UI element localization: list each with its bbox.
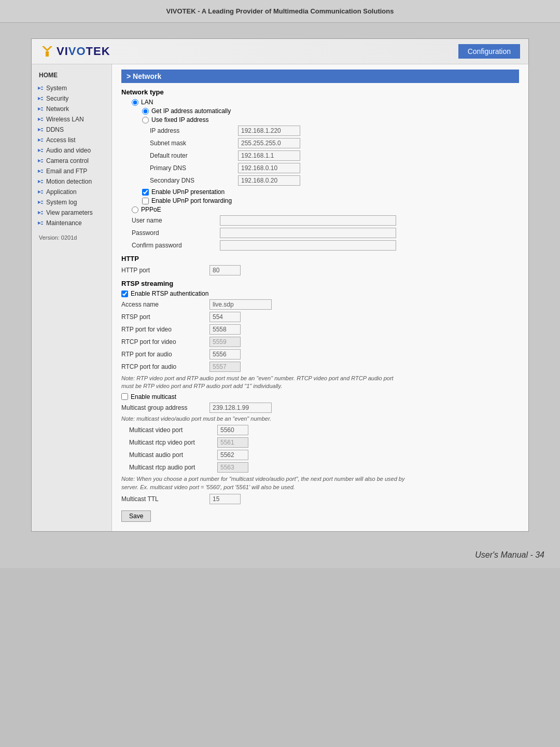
secondary-dns-row: Secondary DNS: [121, 175, 519, 186]
note2: Note: multicast video/audio port must be…: [121, 415, 519, 423]
sidebar-label-camera-control: Camera control: [46, 157, 89, 164]
sidebar-label-wireless: Wireless LAN: [46, 116, 84, 123]
svg-marker-20: [38, 149, 41, 152]
multicast-row: Enable multicast: [121, 393, 519, 400]
multicast-rtcp-audio-port-row: Multicast rtcp audio port: [121, 462, 519, 473]
logo-icon: [40, 44, 54, 59]
upnp-presentation-checkbox[interactable]: [142, 189, 149, 196]
password-input[interactable]: [220, 228, 396, 238]
sidebar: HOME System Security Network Wireless LA…: [32, 64, 112, 531]
upnp-port-checkbox[interactable]: [142, 198, 149, 204]
pppoe-radio[interactable]: [132, 206, 138, 213]
rtsp-auth-checkbox[interactable]: [121, 290, 128, 297]
svg-rect-21: [41, 149, 43, 150]
sidebar-item-maintenance[interactable]: Maintenance: [32, 218, 111, 228]
rtp-video-input[interactable]: [209, 324, 241, 335]
multicast-audio-port-input[interactable]: [217, 450, 248, 460]
svg-marker-23: [38, 159, 41, 162]
password-row: Password: [132, 228, 519, 238]
rtsp-auth-label: Enable RTSP authentication: [131, 290, 208, 297]
sidebar-item-view-params[interactable]: View parameters: [32, 208, 111, 218]
upnp-port-row: Enable UPnP port forwarding: [121, 197, 519, 204]
sidebar-item-security[interactable]: Security: [32, 93, 111, 104]
version-label: Version: 0201d: [32, 228, 111, 243]
access-name-input[interactable]: [209, 299, 272, 310]
username-input[interactable]: [220, 215, 396, 226]
lan-radio[interactable]: [132, 99, 138, 106]
sidebar-item-system[interactable]: System: [32, 83, 111, 93]
rtcp-video-row: RTCP port for video: [121, 337, 519, 347]
multicast-rtcp-audio-port-label: Multicast rtcp audio port: [129, 464, 217, 471]
svg-marker-17: [38, 139, 41, 142]
network-type-title: Network type: [121, 88, 519, 96]
svg-marker-41: [38, 222, 41, 225]
multicast-group-input[interactable]: [209, 403, 272, 413]
save-row: Save: [121, 507, 519, 522]
sidebar-label-motion: Motion detection: [46, 178, 92, 185]
sidebar-item-ddns[interactable]: DDNS: [32, 125, 111, 135]
arrow-icon: [37, 105, 44, 113]
rtp-video-row: RTP port for video: [121, 324, 519, 335]
rtp-audio-row: RTP port for audio: [121, 349, 519, 359]
primary-dns-input[interactable]: [238, 163, 300, 173]
sidebar-label-access-list: Access list: [46, 136, 76, 144]
multicast-ttl-input[interactable]: [209, 494, 241, 504]
svg-rect-33: [41, 190, 43, 191]
sidebar-label-security: Security: [46, 95, 68, 102]
sidebar-label-system-log: System log: [46, 199, 77, 206]
lan-label: LAN: [141, 99, 153, 106]
ip-address-input[interactable]: [238, 126, 300, 136]
svg-marker-35: [38, 201, 41, 204]
svg-rect-16: [41, 131, 43, 132]
svg-rect-24: [41, 159, 43, 160]
upnp-port-label: Enable UPnP port forwarding: [151, 197, 232, 204]
svg-rect-3: [41, 87, 43, 88]
sidebar-item-camera-control[interactable]: Camera control: [32, 156, 111, 166]
rtp-audio-input[interactable]: [209, 349, 241, 359]
sidebar-home[interactable]: HOME: [32, 70, 111, 83]
multicast-checkbox[interactable]: [121, 393, 128, 400]
sidebar-item-email-ftp[interactable]: Email and FTP: [32, 166, 111, 176]
sidebar-item-audio-video[interactable]: Audio and video: [32, 145, 111, 156]
get-ip-radio[interactable]: [142, 108, 149, 115]
rtsp-port-input[interactable]: [209, 312, 241, 322]
http-port-input[interactable]: [209, 265, 241, 275]
svg-rect-36: [41, 201, 43, 202]
logo-text: VIVOTEK: [57, 45, 110, 58]
rtsp-port-row: RTSP port: [121, 312, 519, 322]
sidebar-item-motion[interactable]: Motion detection: [32, 176, 111, 187]
note3: Note: When you choose a port number for …: [121, 475, 407, 491]
username-label: User name: [132, 217, 220, 224]
sidebar-item-application[interactable]: Application: [32, 187, 111, 197]
arrow-icon: [37, 116, 44, 123]
svg-rect-43: [41, 224, 43, 225]
arrow-icon: [37, 136, 44, 144]
sidebar-item-wireless[interactable]: Wireless LAN: [32, 114, 111, 125]
sidebar-item-system-log[interactable]: System log: [32, 197, 111, 208]
manual-label: User's Manual - 34: [475, 550, 544, 559]
svg-marker-29: [38, 180, 41, 183]
svg-rect-18: [41, 139, 43, 140]
lan-radio-row: LAN: [121, 99, 519, 106]
ip-address-row: IP address: [121, 126, 519, 136]
http-title: HTTP: [121, 255, 519, 262]
multicast-rtcp-audio-port-input[interactable]: [217, 462, 248, 473]
subnet-mask-input[interactable]: [238, 138, 300, 148]
sidebar-item-network[interactable]: Network: [32, 104, 111, 114]
default-router-input[interactable]: [238, 150, 300, 161]
multicast-rtcp-video-port-input[interactable]: [217, 437, 248, 448]
secondary-dns-input[interactable]: [238, 175, 300, 186]
fixed-ip-radio[interactable]: [142, 117, 149, 123]
sidebar-item-access-list[interactable]: Access list: [32, 135, 111, 145]
rtcp-video-input[interactable]: [209, 337, 241, 347]
svg-marker-8: [38, 107, 41, 110]
svg-marker-38: [38, 211, 41, 214]
save-button[interactable]: Save: [121, 510, 151, 522]
upnp-presentation-row: Enable UPnP presentation: [121, 188, 519, 196]
multicast-video-port-input[interactable]: [217, 425, 248, 435]
rtcp-audio-input[interactable]: [209, 362, 241, 372]
http-port-row: HTTP port: [121, 265, 519, 275]
confirm-password-input[interactable]: [220, 240, 396, 251]
arrow-icon: [37, 126, 44, 133]
sidebar-label-system: System: [46, 85, 67, 92]
